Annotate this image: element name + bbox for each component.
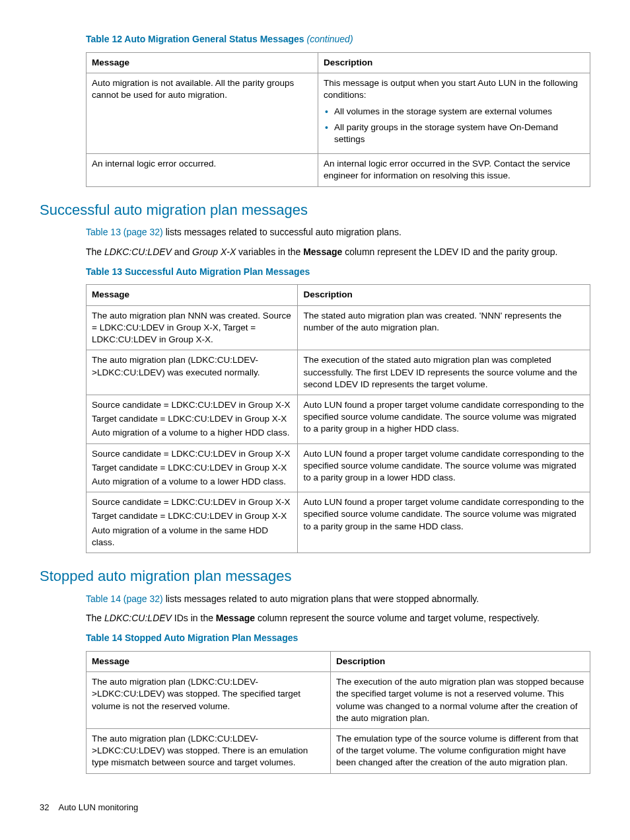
table13-row0-desc: The stated auto migration plan was creat…	[298, 305, 590, 350]
table14-row1-desc: The emulation type of the source volume …	[331, 728, 590, 773]
table14: Message Description The auto migration p…	[86, 651, 590, 774]
line: Source candidate = LDKC:CU:LDEV in Group…	[92, 448, 292, 460]
section1-p2: The LDKC:CU:LDEV and Group X-X variables…	[86, 246, 590, 259]
table-row: Auto migration is not available. All the…	[87, 73, 590, 154]
section1-heading: Successful auto migration plan messages	[40, 200, 590, 220]
table-row: The auto migration plan (LDKC:CU:LDEV->L…	[87, 350, 590, 395]
table12-row0-bullets: All volumes in the storage system are ex…	[324, 106, 584, 146]
txt: Message	[303, 247, 342, 257]
line: Auto migration of a volume to a lower HD…	[92, 476, 292, 488]
table-row: The auto migration plan (LDKC:CU:LDEV->L…	[87, 672, 590, 729]
table12-row1-msg: An internal logic error occurred.	[87, 154, 318, 186]
txt: LDKC:CU:LDEV	[104, 247, 172, 257]
page-number: 32	[40, 802, 49, 812]
table-row: Source candidate = LDKC:CU:LDEV in Group…	[87, 395, 590, 443]
table-row: The auto migration plan (LDKC:CU:LDEV->L…	[87, 728, 590, 773]
txt: The	[86, 613, 104, 623]
page-footer: 32Auto LUN monitoring	[40, 802, 138, 814]
line: Source candidate = LDKC:CU:LDEV in Group…	[92, 399, 292, 411]
table14-header-message: Message	[87, 651, 331, 671]
line: Auto migration of a volume in the same H…	[92, 525, 292, 549]
table-header-row: Message Description	[87, 52, 590, 73]
table12-continued: (continued)	[307, 34, 353, 44]
table13-row4-msg: Source candidate = LDKC:CU:LDEV in Group…	[87, 492, 298, 553]
table14-row0-msg: The auto migration plan (LDKC:CU:LDEV->L…	[87, 672, 331, 729]
table-row: Source candidate = LDKC:CU:LDEV in Group…	[87, 443, 590, 492]
txt: The	[86, 247, 104, 257]
txt: IDs in the	[172, 613, 216, 623]
table13-row0-msg: The auto migration plan NNN was created.…	[87, 305, 298, 350]
table-header-row: Message Description	[87, 285, 590, 305]
table12: Message Description Auto migration is no…	[86, 52, 590, 187]
table14-title: Table 14 Stopped Auto Migration Plan Mes…	[86, 632, 590, 644]
txt: LDKC:CU:LDEV	[104, 613, 172, 623]
table13-row2-desc: Auto LUN found a proper target volume ca…	[298, 395, 590, 443]
table12-title: Table 12 Auto Migration General Status M…	[86, 33, 590, 46]
table-row: Source candidate = LDKC:CU:LDEV in Group…	[87, 492, 590, 553]
line: Source candidate = LDKC:CU:LDEV in Group…	[92, 496, 292, 508]
table12-row0-desc: This message is output when you start Au…	[318, 73, 590, 154]
table12-header-description: Description	[318, 52, 590, 73]
table13-row3-desc: Auto LUN found a proper target volume ca…	[298, 443, 590, 492]
section2-p1: Table 14 (page 32) lists messages relate…	[86, 593, 590, 606]
table13-title: Table 13 Successful Auto Migration Plan …	[86, 266, 590, 278]
table12-header-message: Message	[87, 52, 318, 73]
table13-row4-desc: Auto LUN found a proper target volume ca…	[298, 492, 590, 553]
table13: Message Description The auto migration p…	[86, 284, 590, 553]
table13-row1-msg: The auto migration plan (LDKC:CU:LDEV->L…	[87, 350, 298, 395]
table12-row0-desc-intro: This message is output when you start Au…	[324, 78, 578, 100]
txt: column represent the LDEV ID and the par…	[342, 247, 557, 257]
section1-p1-rest: lists messages related to successful aut…	[163, 227, 402, 237]
section2-heading: Stopped auto migration plan messages	[40, 566, 590, 586]
list-item: All volumes in the storage system are ex…	[325, 106, 584, 118]
txt: Group X-X	[192, 247, 236, 257]
section1-p1: Table 13 (page 32) lists messages relate…	[86, 226, 590, 239]
table12-title-text: Table 12 Auto Migration General Status M…	[86, 34, 307, 44]
table14-row1-msg: The auto migration plan (LDKC:CU:LDEV->L…	[87, 728, 331, 773]
section2-p2: The LDKC:CU:LDEV IDs in the Message colu…	[86, 612, 590, 625]
table12-row0-msg: Auto migration is not available. All the…	[87, 73, 318, 154]
table12-row1-desc: An internal logic error occurred in the …	[318, 154, 590, 186]
section1-p1-link[interactable]: Table 13 (page 32)	[86, 227, 163, 237]
line: Target candidate = LDKC:CU:LDEV in Group…	[92, 413, 292, 425]
txt: Message	[216, 613, 255, 623]
txt: and	[172, 247, 192, 257]
list-item: All parity groups in the storage system …	[325, 122, 584, 145]
txt: column represent the source volume and t…	[255, 613, 540, 623]
table-header-row: Message Description	[87, 651, 590, 671]
footer-section: Auto LUN monitoring	[58, 802, 138, 812]
table13-header-description: Description	[298, 285, 590, 305]
table14-header-description: Description	[331, 651, 590, 671]
table14-row0-desc: The execution of the auto migration plan…	[331, 672, 590, 729]
table13-row2-msg: Source candidate = LDKC:CU:LDEV in Group…	[87, 395, 298, 443]
table13-header-message: Message	[87, 285, 298, 305]
line: Target candidate = LDKC:CU:LDEV in Group…	[92, 462, 292, 474]
section2-p1-link[interactable]: Table 14 (page 32)	[86, 593, 163, 604]
txt: variables in the	[236, 247, 303, 257]
table13-row3-msg: Source candidate = LDKC:CU:LDEV in Group…	[87, 443, 298, 492]
line: Auto migration of a volume to a higher H…	[92, 427, 292, 439]
table-row: An internal logic error occurred. An int…	[87, 154, 590, 186]
table-row: The auto migration plan NNN was created.…	[87, 305, 590, 350]
section2-p1-rest: lists messages related to auto migration…	[163, 593, 479, 604]
line: Target candidate = LDKC:CU:LDEV in Group…	[92, 510, 292, 522]
table13-row1-desc: The execution of the stated auto migrati…	[298, 350, 590, 395]
